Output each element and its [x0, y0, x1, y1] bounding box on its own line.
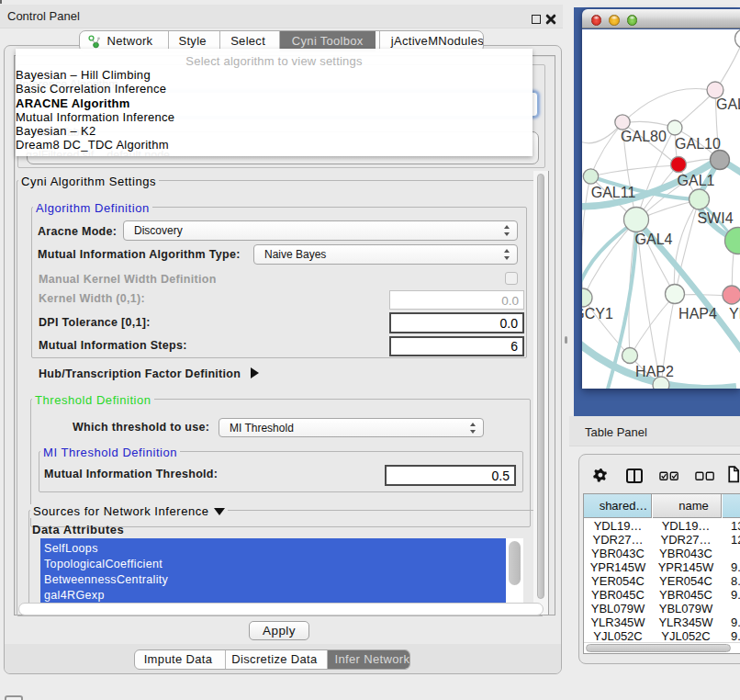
svg-text:GAL1: GAL1 — [678, 173, 715, 188]
svg-text:GAL4: GAL4 — [635, 231, 673, 247]
svg-text:GCY1: GCY1 — [582, 306, 613, 322]
svg-text:HAP4: HAP4 — [678, 306, 717, 322]
svg-text:GAL10: GAL10 — [675, 136, 721, 152]
svg-text:YEL: YEL — [729, 306, 740, 322]
svg-text:SWI4: SWI4 — [697, 210, 733, 226]
svg-text:GAL80: GAL80 — [621, 129, 667, 144]
svg-text:HAP2: HAP2 — [635, 364, 674, 379]
svg-text:GAL11: GAL11 — [591, 185, 636, 200]
svg-text:GAL7: GAL7 — [716, 96, 740, 112]
